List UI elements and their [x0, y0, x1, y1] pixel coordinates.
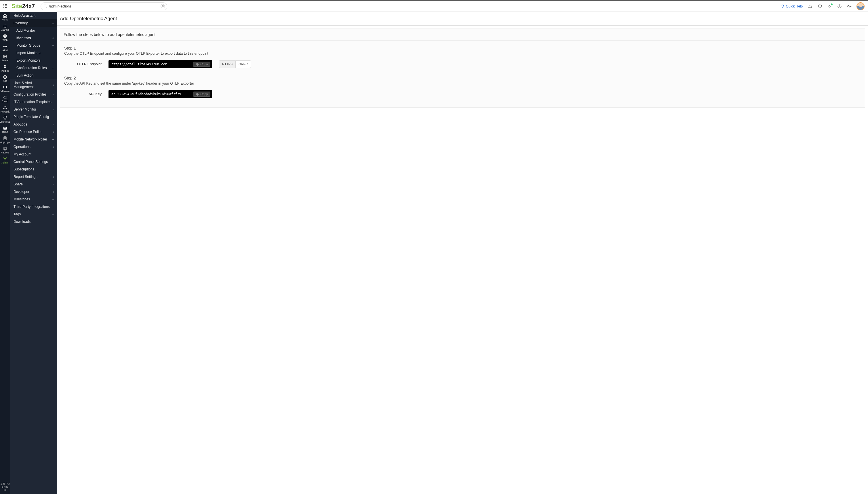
nav-item-help-assistant[interactable]: Help Assistant — [10, 12, 57, 19]
plus-icon[interactable]: + — [52, 36, 54, 40]
notification-dot — [831, 3, 833, 5]
avatar[interactable] — [856, 2, 865, 11]
svg-rect-16 — [4, 127, 7, 129]
header: Site24x7 ✕ Quick Help Z₂₄ — [0, 1, 868, 12]
rail-item-web[interactable]: Web — [0, 32, 10, 43]
nav-item-control-panel-settings[interactable]: Control Panel Settings — [10, 158, 57, 166]
rail-item-vmware[interactable]: VMware — [0, 83, 10, 94]
rail-item-velocloud[interactable]: Velocloud — [0, 114, 10, 125]
rail-item-apm[interactable]: APM — [0, 43, 10, 53]
nav-item-monitor-groups[interactable]: Monitor Groups+ — [10, 42, 57, 49]
nav-item-plugin-template-config[interactable]: Plugin Template Config — [10, 113, 57, 121]
icon-rail: HomeAlarmsWebAPMServerPluginsK8sVMwareCl… — [0, 12, 10, 494]
nav-item-on-premise-poller[interactable]: On-Premise Poller› — [10, 128, 57, 136]
velo-icon — [3, 116, 7, 120]
copy-label: Copy — [200, 92, 208, 96]
toggle-https[interactable]: HTTPS — [219, 61, 235, 68]
nav-item-developer[interactable]: Developer› — [10, 188, 57, 195]
nav-item-bulk-action[interactable]: Bulk Action — [10, 72, 57, 79]
help-icon[interactable] — [837, 4, 842, 8]
vmware-icon — [3, 85, 7, 90]
nav-label: Monitor Groups — [16, 43, 40, 48]
nav-label: Subscriptions — [14, 167, 34, 171]
toggle-grpc[interactable]: GRPC — [235, 61, 251, 68]
rail-item-applogs[interactable]: AppLogs — [0, 134, 10, 145]
nav-item-applogs[interactable]: AppLogs› — [10, 121, 57, 128]
rail-item-network[interactable]: Network — [0, 104, 10, 114]
api-key-label: API Key — [64, 92, 102, 96]
rail-item-admin[interactable]: Admin — [0, 155, 10, 165]
rail-label: RUM — [2, 131, 8, 134]
copy-icon — [196, 93, 199, 96]
rail-item-reports[interactable]: Reports — [0, 145, 10, 155]
nav-item-third-party-integrations[interactable]: Third-Party Integrations — [10, 203, 57, 210]
rail-item-home[interactable]: Home — [0, 12, 10, 22]
copy-endpoint-button[interactable]: Copy — [193, 62, 210, 67]
chevron-down-icon: ⌄ — [52, 21, 54, 25]
svg-rect-12 — [4, 86, 7, 88]
rail-item-alarms[interactable]: Alarms — [0, 22, 10, 33]
link-icon — [3, 44, 7, 49]
nav-label: Mobile Network Poller — [14, 137, 47, 141]
nav-item-subscriptions[interactable]: Subscriptions — [10, 166, 57, 173]
rail-label: Home — [2, 18, 8, 21]
announce-icon[interactable] — [827, 4, 832, 8]
rail-date: 8 Nov, 24 — [0, 486, 10, 492]
nav-item-operations[interactable]: Operations› — [10, 143, 57, 151]
nav-item-user-alert-management[interactable]: User & Alert Management› — [10, 79, 57, 91]
rail-label: Velocloud — [0, 121, 11, 123]
nav-item-downloads[interactable]: Downloads — [10, 218, 57, 225]
rail-item-rum[interactable]: RUM — [0, 125, 10, 135]
brand-part-green: Site — [12, 3, 22, 10]
nav-item-report-settings[interactable]: Report Settings› — [10, 173, 57, 180]
nav-label: AppLogs — [14, 122, 27, 126]
plus-icon[interactable]: + — [52, 197, 54, 201]
nav-label: Report Settings — [14, 175, 37, 179]
z24-badge[interactable]: Z₂₄ — [847, 4, 851, 8]
api-key-value[interactable]: ab_522e942a8f2dbcdad9b6b91d56af7f79 — [111, 92, 193, 96]
nav-item-configuration-rules[interactable]: Configuration Rules+ — [10, 64, 57, 72]
otlp-endpoint-value[interactable]: https://otel.site24x7rum.com — [111, 62, 193, 66]
quick-help-link[interactable]: Quick Help — [781, 4, 803, 8]
plus-icon[interactable]: + — [52, 138, 54, 141]
rail-item-server[interactable]: Server — [0, 53, 10, 63]
brand-logo[interactable]: Site24x7 — [12, 3, 35, 10]
nav-item-import-monitors[interactable]: Import Monitors — [10, 49, 57, 57]
nav-item-monitors[interactable]: Monitors+ — [10, 34, 57, 42]
chevron-right-icon: › — [53, 183, 54, 186]
nav-item-add-monitor[interactable]: Add Monitor — [10, 27, 57, 34]
plus-icon[interactable]: + — [52, 212, 54, 216]
nav-item-share[interactable]: Share› — [10, 180, 57, 188]
chevron-right-icon: › — [53, 145, 54, 149]
plus-icon[interactable]: + — [52, 44, 54, 47]
notifications-icon[interactable] — [808, 4, 812, 8]
shield-icon[interactable] — [818, 4, 822, 8]
nav-label: Downloads — [14, 220, 31, 224]
k8s-icon — [3, 75, 7, 79]
nav-item-my-account[interactable]: My Account — [10, 151, 57, 158]
nav-item-milestones[interactable]: Milestones+ — [10, 195, 57, 203]
protocol-toggle: HTTPS GRPC — [219, 60, 251, 68]
otlp-endpoint-box: https://otel.site24x7rum.com Copy — [109, 60, 212, 68]
chevron-right-icon: › — [53, 108, 54, 111]
nav-item-server-monitor[interactable]: Server Monitor› — [10, 106, 57, 113]
rail-item-k8s[interactable]: K8s — [0, 73, 10, 83]
clear-search-icon[interactable]: ✕ — [160, 4, 165, 8]
nav-label: Import Monitors — [16, 51, 40, 55]
nav-label: Developer — [14, 190, 30, 194]
nav-item-it-automation-templates[interactable]: IT Automation Templates — [10, 98, 57, 106]
main-content: Add Opentelemetric Agent Follow the step… — [57, 12, 868, 494]
nav-item-export-monitors[interactable]: Export Monitors — [10, 57, 57, 64]
rail-item-cloud[interactable]: Cloud — [0, 94, 10, 104]
chevron-right-icon: › — [53, 93, 54, 96]
gear-icon — [3, 157, 7, 161]
nav-item-configuration-profiles[interactable]: Configuration Profiles› — [10, 91, 57, 98]
nav-item-inventory[interactable]: Inventory⌄ — [10, 19, 57, 27]
search-input[interactable] — [41, 2, 167, 11]
nav-item-tags[interactable]: Tags+ — [10, 210, 57, 218]
rail-item-plugins[interactable]: Plugins — [0, 63, 10, 73]
plus-icon[interactable]: + — [52, 66, 54, 70]
nav-item-mobile-network-poller[interactable]: Mobile Network Poller+ — [10, 136, 57, 143]
apps-grid-icon[interactable] — [3, 4, 8, 8]
copy-apikey-button[interactable]: Copy — [193, 92, 210, 97]
